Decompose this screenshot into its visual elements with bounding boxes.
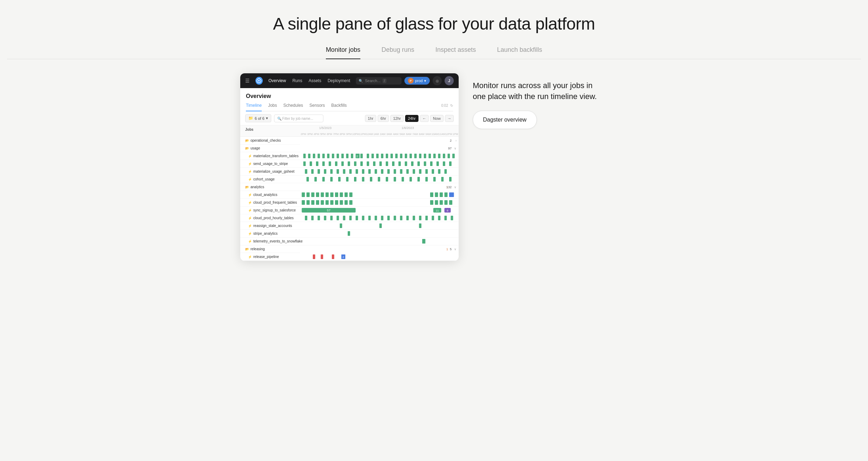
job-label: cloud_analytics [253, 193, 277, 197]
time-7pm: 7PM [333, 133, 339, 136]
svg-rect-166 [348, 231, 350, 236]
sub-tab-jobs[interactable]: Jobs [268, 103, 277, 111]
svg-rect-126 [345, 200, 348, 205]
search-icon: 🔍 [359, 79, 363, 83]
nav-link-assets[interactable]: Assets [309, 78, 321, 83]
timeline-dates-header: 1/5/2023 1/6/2023 2PM 3PM 4PM 5PM 6PM 7P… [300, 125, 459, 136]
svg-rect-62 [324, 169, 327, 174]
table-row[interactable]: 📂 operational_checks 2 › [240, 137, 459, 145]
svg-rect-66 [349, 169, 352, 174]
svg-rect-90 [370, 177, 372, 182]
folder-open-icon: 📂 [245, 247, 249, 251]
sub-tab-timeline[interactable]: Timeline [246, 103, 262, 111]
expand-icon[interactable]: ∨ [454, 147, 457, 150]
jobs-filter[interactable]: 📁 6 of 6 ▾ [245, 114, 271, 122]
svg-rect-52 [411, 161, 414, 166]
hamburger-icon[interactable]: ☰ [245, 78, 250, 84]
time-9pm: 9PM [346, 133, 352, 136]
svg-rect-39 [329, 161, 331, 166]
svg-rect-4 [313, 154, 315, 158]
svg-rect-102 [306, 192, 310, 197]
table-row[interactable]: ⚡ reassign_stale_accounts [240, 222, 459, 230]
job-bars-analytics: 1 132 ∨ [300, 183, 459, 191]
svg-rect-57 [443, 161, 445, 166]
nav-links: Overview Runs Assets Deployment [268, 78, 350, 83]
table-row[interactable]: ⚡ cloud_prod_frequent_tables [240, 199, 459, 207]
table-row[interactable]: ⚡ telemetry_events_to_snowflake [240, 238, 459, 245]
job-search-filter[interactable]: 🔍 Filter by job name... [274, 115, 323, 122]
svg-rect-111 [349, 192, 353, 197]
svg-rect-122 [326, 200, 329, 205]
now-btn[interactable]: Now [430, 115, 444, 122]
svg-rect-41 [341, 161, 344, 166]
folder-icon: 📁 [248, 116, 253, 121]
bell-icon-btn[interactable]: ◎ [433, 76, 442, 85]
time-11pm: 11PM [359, 133, 366, 136]
next-time-btn[interactable]: → [445, 115, 454, 122]
svg-rect-23 [400, 154, 403, 158]
tab-monitor-jobs[interactable]: Monitor jobs [326, 46, 360, 59]
time-24hr-btn[interactable]: 24hr [405, 115, 418, 122]
svg-rect-165 [419, 223, 422, 228]
timeline-body[interactable]: 📂 operational_checks 2 › 📂 usage 97 ∨ [240, 137, 459, 261]
expand-icon[interactable]: › [455, 139, 457, 142]
time-8am: 8AM [418, 133, 425, 136]
table-row[interactable]: 📂 usage 97 ∨ [240, 145, 459, 152]
search-bar[interactable]: 🔍 Search... / [356, 77, 402, 85]
dagster-overview-button[interactable]: Dagster overview [473, 111, 537, 129]
table-row[interactable]: ⚡ send_usage_to_stripe [240, 160, 459, 168]
svg-rect-110 [345, 192, 348, 197]
svg-rect-30 [433, 154, 436, 158]
table-row[interactable]: ⚡ sync_signup_to_salesforce 57 11 6 [240, 207, 459, 214]
svg-rect-82 [306, 177, 309, 182]
sub-tab-backfills[interactable]: Backfills [331, 103, 347, 111]
svg-rect-32 [443, 154, 445, 158]
sub-tab-schedules[interactable]: Schedules [283, 103, 303, 111]
folder-open-icon: 📂 [245, 147, 249, 150]
job-bars-reassign-stale [300, 222, 459, 230]
svg-rect-95 [410, 177, 412, 182]
expand-icon[interactable]: ∨ [454, 185, 457, 189]
svg-rect-26 [414, 154, 417, 158]
time-6hr-btn[interactable]: 6hr [378, 115, 389, 122]
svg-rect-157 [419, 216, 422, 220]
table-row[interactable]: ⚡ materialize_usage_gsheet [240, 168, 459, 176]
table-row[interactable]: ⚡ materialize_transform_tables [240, 152, 459, 160]
tab-debug-runs[interactable]: Debug runs [382, 46, 414, 59]
count-badge: 97 [448, 147, 452, 150]
sensor-icon: ⚡ [248, 209, 252, 212]
table-row[interactable]: ⚡ cloud_prod_hourly_tables [240, 214, 459, 222]
svg-rect-94 [402, 177, 404, 182]
table-row[interactable]: ⚡ cloud_analytics [240, 191, 459, 199]
table-row[interactable]: 📂 releasing 1 5 ∨ [240, 245, 459, 253]
prev-time-btn[interactable]: ← [420, 115, 429, 122]
nav-link-deployment[interactable]: Deployment [328, 78, 350, 83]
svg-rect-48 [386, 161, 388, 166]
svg-rect-87 [346, 177, 349, 182]
env-badge[interactable]: P prod ▾ [404, 77, 430, 85]
svg-rect-160 [438, 216, 441, 220]
svg-rect-161 [445, 216, 447, 220]
svg-text:2: 2 [356, 155, 358, 158]
nav-link-overview[interactable]: Overview [268, 78, 286, 83]
expand-icon-releasing[interactable]: ∨ [454, 247, 457, 251]
sensor-icon: ⚡ [248, 170, 252, 173]
time-5pm: 5PM [320, 133, 326, 136]
table-row[interactable]: ⚡ stripe_analytics [240, 230, 459, 238]
nav-link-runs[interactable]: Runs [292, 78, 302, 83]
svg-rect-46 [373, 161, 376, 166]
svg-rect-101 [302, 192, 305, 197]
env-chevron-icon: ▾ [424, 79, 426, 83]
time-1hr-btn[interactable]: 1hr [365, 115, 376, 122]
svg-rect-128 [430, 200, 433, 205]
sub-tab-sensors[interactable]: Sensors [309, 103, 325, 111]
tab-inspect-assets[interactable]: Inspect assets [435, 46, 476, 59]
tab-launch-backfills[interactable]: Launch backfills [497, 46, 542, 59]
table-row[interactable]: 📂 analytics 1 132 ∨ [240, 183, 459, 191]
svg-rect-131 [445, 200, 448, 205]
refresh-icon[interactable]: ↻ [450, 104, 453, 107]
app-window: ☰ Overview Runs Assets Deployment 🔍 Sear… [240, 73, 459, 261]
table-row[interactable]: ⚡ release_pipeline 2 [240, 253, 459, 261]
time-12hr-btn[interactable]: 12hr [390, 115, 404, 122]
table-row[interactable]: ⚡ cohort_usage [240, 176, 459, 183]
